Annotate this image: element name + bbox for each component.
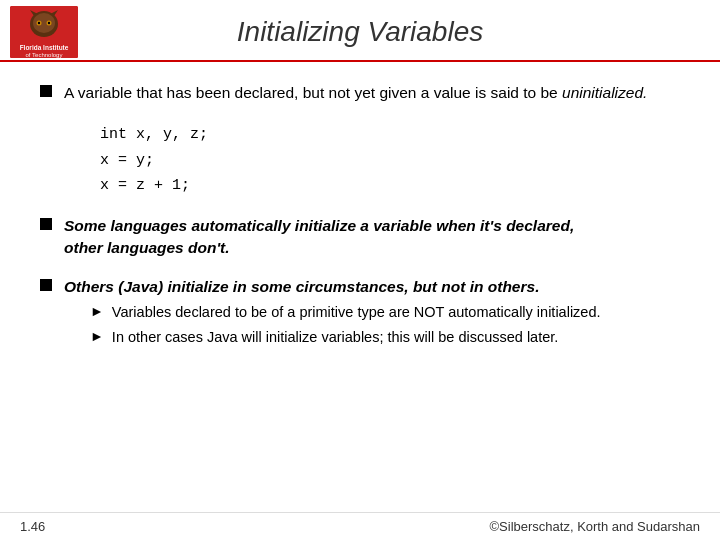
code-line-3: x = z + 1; xyxy=(100,173,680,199)
bullet-text-3: Others (Java) initialize in some circums… xyxy=(64,276,601,298)
svg-point-8 xyxy=(48,22,50,24)
svg-point-2 xyxy=(33,13,55,33)
svg-text:Florida Institute: Florida Institute xyxy=(20,44,69,51)
bullet-1: A variable that has been declared, but n… xyxy=(40,82,680,104)
page-number: 1.46 xyxy=(20,519,45,534)
bold-text-2: Some languages automatically initialize … xyxy=(64,217,574,256)
bullet-square-3 xyxy=(40,279,52,291)
bullet-square-2 xyxy=(40,218,52,230)
code-block: int x, y, z; x = y; x = z + 1; xyxy=(100,122,680,199)
sub-bullets: ► Variables declared to be of a primitiv… xyxy=(90,302,601,351)
italic-text-1: uninitialized. xyxy=(562,84,647,101)
header: Florida Institute of Technology Initiali… xyxy=(0,0,720,62)
sub-bullet-2: ► In other cases Java will initialize va… xyxy=(90,327,601,347)
svg-point-7 xyxy=(38,22,40,24)
logo-svg: Florida Institute of Technology xyxy=(10,6,78,58)
code-line-2: x = y; xyxy=(100,148,680,174)
bullet-3-content: Others (Java) initialize in some circums… xyxy=(64,276,601,351)
bullet-square-1 xyxy=(40,85,52,97)
copyright: ©Silberschatz, Korth and Sudarshan xyxy=(490,519,700,534)
bullet-text-1: A variable that has been declared, but n… xyxy=(64,82,647,104)
bold-text-3: Others (Java) initialize in some circums… xyxy=(64,278,539,295)
sub-bullet-1: ► Variables declared to be of a primitiv… xyxy=(90,302,601,322)
slide-title: Initializing Variables xyxy=(20,16,700,48)
code-line-1: int x, y, z; xyxy=(100,122,680,148)
sub-bullet-text-2: In other cases Java will initialize vari… xyxy=(112,327,558,347)
logo-box: Florida Institute of Technology xyxy=(10,6,78,58)
bullet-text-2: Some languages automatically initialize … xyxy=(64,215,574,260)
svg-text:of Technology: of Technology xyxy=(26,52,63,58)
slide: Florida Institute of Technology Initiali… xyxy=(0,0,720,540)
bullet-2: Some languages automatically initialize … xyxy=(40,215,680,260)
sub-bullet-arrow-1: ► xyxy=(90,303,104,319)
content: A variable that has been declared, but n… xyxy=(0,62,720,512)
sub-bullet-arrow-2: ► xyxy=(90,328,104,344)
sub-bullet-text-1: Variables declared to be of a primitive … xyxy=(112,302,601,322)
logo: Florida Institute of Technology xyxy=(10,6,78,58)
bullet-3: Others (Java) initialize in some circums… xyxy=(40,276,680,351)
footer: 1.46 ©Silberschatz, Korth and Sudarshan xyxy=(0,512,720,540)
